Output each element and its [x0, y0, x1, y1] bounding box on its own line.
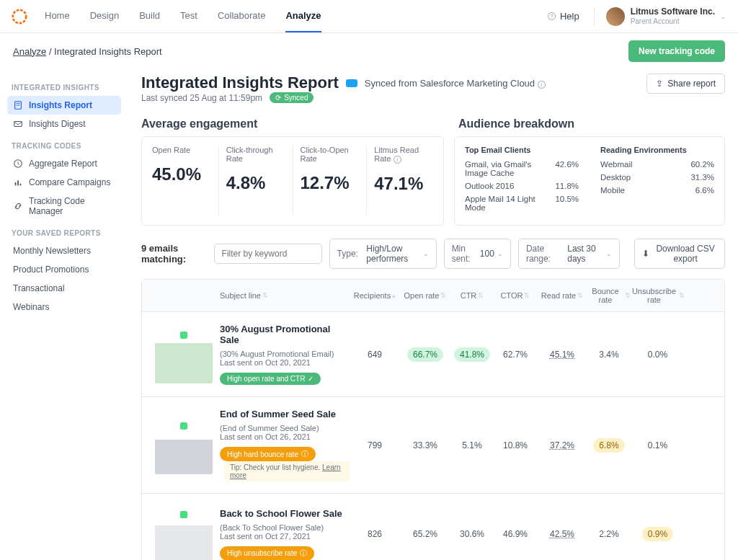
email-title: Back to School Flower Sale: [220, 508, 350, 519]
link-icon: [13, 201, 23, 211]
help-label: Help: [560, 11, 579, 22]
filter-type-dropdown[interactable]: Type: High/Low performers ⌄: [329, 239, 437, 269]
sidebar-item-monthly[interactable]: Monthly Newsletters: [7, 241, 121, 260]
email-info: 30% August Promotional Sale (30% August …: [220, 324, 350, 385]
breadcrumb-current: Integrated Insights Report: [54, 46, 162, 57]
sidebar-item-insights-digest[interactable]: Insights Digest: [7, 115, 121, 133]
nav-collaborate[interactable]: Collaborate: [218, 0, 266, 32]
sidebar-item-insights-report[interactable]: Insights Report: [7, 96, 121, 115]
page-title-row: Integrated Insights Report Synced from S…: [141, 74, 546, 92]
check-icon: ✓: [308, 375, 314, 383]
download-csv-button[interactable]: ⬇ Download CSV export: [634, 239, 725, 269]
cell-ctr: 30.6%: [450, 529, 494, 539]
topbar-left: Home Design Build Test Collaborate Analy…: [12, 0, 321, 32]
env-row: Mobile6.6%: [600, 186, 714, 195]
bars-icon: [13, 177, 23, 187]
sync-icon: ⟳: [275, 94, 281, 102]
env-title: Reading Environments: [600, 146, 714, 154]
filter-minsent-dropdown[interactable]: Min sent: 100 ⌄: [444, 239, 511, 269]
share-icon: ⇪: [656, 79, 663, 89]
cell-open: 66.7%: [400, 347, 450, 362]
email-sub: (End of Summer Seed Sale): [220, 424, 350, 432]
nav-analyze[interactable]: Analyze: [285, 0, 321, 32]
info-icon: ⓘ: [301, 449, 308, 459]
svg-rect-4: [14, 122, 22, 127]
metric-ctr: Click-through Rate 4.8%: [226, 146, 293, 216]
filter-daterange-dropdown[interactable]: Date range: Last 30 days ⌄: [518, 239, 620, 269]
sidebar-item-transactional[interactable]: Transactional: [7, 279, 121, 298]
cell-read[interactable]: 37.2%: [537, 440, 587, 450]
cell-bounce: 3.4%: [587, 350, 631, 360]
table-row[interactable]: Back to School Flower Sale (Back To Scho…: [142, 494, 724, 560]
engagement-card: Open Rate 45.0% Click-through Rate 4.8% …: [141, 136, 444, 226]
sidebar-item-aggregate[interactable]: Aggregate Report: [7, 154, 121, 173]
sidebar-item-tracking-manager[interactable]: Tracking Code Manager: [7, 192, 121, 221]
info-icon[interactable]: i: [538, 81, 546, 89]
env-row: Desktop31.3%: [600, 173, 714, 182]
subbar: Analyze / Integrated Insights Report New…: [0, 33, 738, 69]
sidebar-item-promotions[interactable]: Product Promotions: [7, 260, 121, 279]
synced-row: Last synced 25 Aug at 11:59pm ⟳ Synced: [141, 92, 546, 103]
cell-recipients: 826: [350, 529, 400, 539]
th-unsub[interactable]: Unsubscribe rate ⇅: [631, 287, 685, 304]
nav-design[interactable]: Design: [90, 0, 119, 32]
cell-ctr: 5.1%: [450, 440, 494, 450]
th-open[interactable]: Open rate ⇅: [400, 291, 450, 300]
sync-source: Synced from Salesforce Marketing Cloud i: [365, 78, 546, 89]
filter-keyword-input[interactable]: [214, 244, 322, 264]
account-text: Litmus Software Inc. Parent Account: [631, 7, 715, 25]
th-ctr[interactable]: CTR ⇅: [450, 291, 494, 300]
chevron-down-icon: ⌄: [497, 250, 503, 257]
share-label: Share report: [667, 79, 716, 89]
sidebar-item-webinars[interactable]: Webinars: [7, 298, 121, 316]
last-synced: Last synced 25 Aug at 11:59pm: [141, 93, 262, 103]
breadcrumb-root[interactable]: Analyze: [13, 46, 46, 57]
side-label: Aggregate Report: [29, 159, 97, 169]
metric-label: Litmus Read Rate i: [374, 146, 433, 164]
info-icon[interactable]: i: [394, 156, 401, 164]
table-row[interactable]: 30% August Promotional Sale (30% August …: [142, 312, 724, 397]
account-menu[interactable]: Litmus Software Inc. Parent Account ⌄: [594, 7, 726, 26]
share-report-button[interactable]: ⇪ Share report: [646, 74, 725, 94]
cell-read[interactable]: 42.5%: [537, 529, 587, 539]
email-sub: (30% August Promotional Email): [220, 350, 350, 358]
help-link[interactable]: ? Help: [548, 11, 579, 22]
cell-unsub: 0.0%: [631, 350, 685, 360]
email-info: End of Summer Seed Sale (End of Summer S…: [220, 409, 350, 481]
side-label: Transactional: [13, 283, 65, 293]
sidebar-sec-saved: YOUR SAVED REPORTS: [7, 221, 121, 241]
email-thumbnail: [155, 505, 213, 560]
cell-ctor: 46.9%: [494, 529, 537, 539]
audience-card: Top Email Clients Gmail, via Gmail's Ima…: [454, 136, 725, 226]
client-row: Gmail, via Gmail's Image Cache42.6%: [465, 160, 579, 177]
chevron-down-icon: ⌄: [606, 250, 612, 257]
cell-unsub: 0.1%: [631, 440, 685, 450]
th-bounce[interactable]: Bounce rate ⇅: [587, 287, 631, 304]
side-label: Insights Report: [29, 100, 92, 110]
sidebar: INTEGRATED INSIGHTS Insights Report Insi…: [0, 69, 128, 560]
email-sent: Last sent on Oct 27, 2021: [220, 532, 350, 541]
client-row: Outlook 201611.8%: [465, 182, 579, 190]
cell-recipients: 799: [350, 440, 400, 450]
engagement-heading: Average engagement: [141, 117, 444, 130]
metric-open-rate: Open Rate 45.0%: [152, 146, 219, 216]
metric-value: 12.7%: [301, 173, 360, 193]
audience-heading: Audience breakdown: [458, 117, 574, 130]
tip-box: Tip: Check your list hygiene. Learn more: [224, 461, 350, 481]
sidebar-item-compare[interactable]: Compare Campaigns: [7, 173, 121, 192]
email-thumbnail: [155, 326, 213, 383]
chevron-down-icon: ⌄: [721, 13, 726, 20]
metric-value: 45.0%: [152, 164, 211, 185]
nav-build[interactable]: Build: [139, 0, 160, 32]
cell-ctor: 62.7%: [494, 350, 537, 360]
cell-read[interactable]: 45.1%: [537, 350, 587, 360]
table-row[interactable]: End of Summer Seed Sale (End of Summer S…: [142, 397, 724, 494]
nav-home[interactable]: Home: [45, 0, 70, 32]
th-read[interactable]: Read rate ⇅: [537, 291, 587, 300]
th-recipients[interactable]: Recipients ▴: [350, 291, 400, 300]
cell-bounce: 2.2%: [587, 529, 631, 539]
new-tracking-code-button[interactable]: New tracking code: [628, 40, 725, 62]
nav-test[interactable]: Test: [180, 0, 197, 32]
th-subject[interactable]: Subject line ⇅: [220, 291, 350, 300]
th-ctor[interactable]: CTOR ⇅: [494, 291, 537, 300]
